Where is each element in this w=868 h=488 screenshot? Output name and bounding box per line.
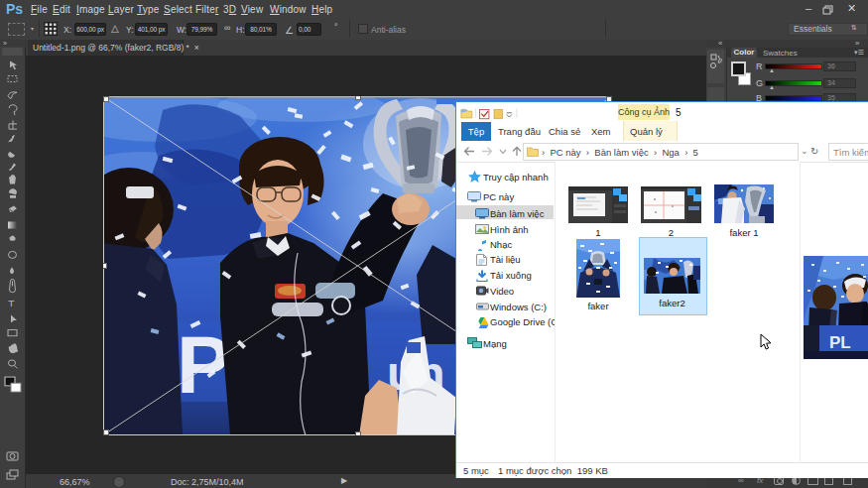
svg-text:T: T	[8, 298, 15, 307]
svg-text:PL: PL	[829, 333, 851, 352]
